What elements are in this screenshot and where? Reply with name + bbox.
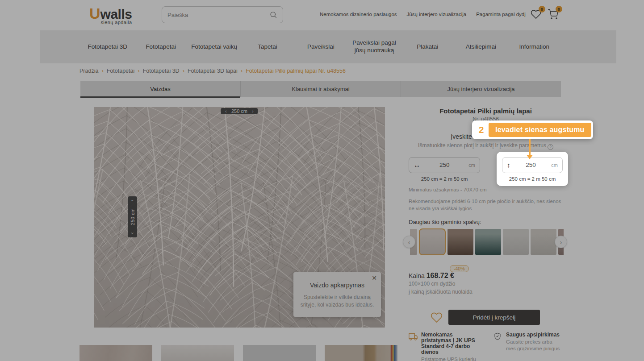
tutorial-label: Ievadiet sienas augstumu bbox=[489, 123, 591, 137]
height-input[interactable] bbox=[510, 162, 552, 168]
height-unit-label: cm bbox=[551, 162, 558, 168]
tutorial-step-number: 2 bbox=[474, 124, 489, 135]
height-input-box: ↕ cm bbox=[502, 157, 563, 173]
tutorial-arrow-head-icon bbox=[527, 155, 533, 159]
height-caption: 250 cm = 2 m 50 cm bbox=[502, 176, 563, 182]
height-arrows-icon: ↕ bbox=[507, 161, 510, 169]
page: Uwalls sienų apdaila Nemokamos dizaineri… bbox=[0, 0, 644, 361]
tutorial-arrow bbox=[529, 139, 531, 155]
tutorial-callout: 2 Ievadiet sienas augstumu bbox=[472, 120, 593, 139]
